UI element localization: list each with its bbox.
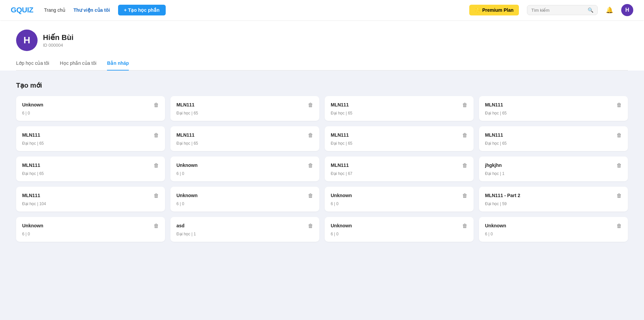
card-header: Unknown 🗑 (176, 163, 313, 169)
card-delete-button[interactable]: 🗑 (154, 102, 159, 108)
logo-g: G (11, 6, 16, 14)
main-content: Tạo mới Unknown 🗑 6 | 0 MLN111 🗑 Đại học… (0, 71, 644, 253)
card-delete-button[interactable]: 🗑 (308, 102, 313, 108)
card-item[interactable]: jhgkjhn 🗑 Đại học | 1 (479, 156, 628, 181)
card-delete-button[interactable]: 🗑 (616, 102, 622, 108)
card-title: Unknown (22, 223, 154, 228)
card-delete-button[interactable]: 🗑 (616, 163, 622, 169)
card-header: Unknown 🗑 (22, 223, 159, 229)
card-item[interactable]: MLN111 🗑 Đại học | 65 (479, 96, 628, 121)
card-delete-button[interactable]: 🗑 (462, 163, 468, 169)
card-delete-button[interactable]: 🗑 (616, 193, 622, 199)
card-header: MLN111 🗑 (22, 193, 159, 199)
card-item[interactable]: MLN111 🗑 Đại học | 65 (325, 126, 474, 151)
notification-button[interactable]: 🔔 (606, 6, 613, 14)
card-title: MLN111 (176, 132, 308, 138)
create-button[interactable]: + Tạo học phần (118, 5, 166, 15)
card-header: Unknown 🗑 (331, 193, 468, 199)
card-delete-button[interactable]: 🗑 (462, 223, 468, 229)
card-item[interactable]: MLN111 🗑 Đại học | 65 (170, 126, 319, 151)
card-meta: 6 | 0 (485, 232, 622, 236)
tab-lop-hoc[interactable]: Lớp học của tôi (16, 60, 49, 71)
section-title: Tạo mới (16, 81, 628, 89)
card-meta: Đại học | 59 (485, 201, 622, 206)
card-delete-button[interactable]: 🗑 (462, 193, 468, 199)
card-item[interactable]: MLN111 🗑 Đại học | 67 (325, 156, 474, 181)
avatar[interactable]: H (621, 4, 633, 16)
card-item[interactable]: Unknown 🗑 6 | 0 (325, 187, 474, 212)
card-item[interactable]: Unknown 🗑 6 | 0 (170, 187, 319, 212)
card-item[interactable]: MLN111 🗑 Đại học | 65 (325, 96, 474, 121)
card-title: Unknown (176, 193, 308, 198)
card-item[interactable]: Unknown 🗑 6 | 0 (16, 96, 165, 121)
card-meta: Đại học | 65 (485, 111, 622, 116)
card-delete-button[interactable]: 🗑 (308, 163, 313, 169)
card-meta: Đại học | 67 (331, 171, 468, 176)
card-header: MLN111 🗑 (331, 132, 468, 138)
card-item[interactable]: MLN111 🗑 Đại học | 65 (16, 126, 165, 151)
card-delete-button[interactable]: 🗑 (154, 132, 159, 138)
premium-label: Premium Plan (482, 7, 514, 13)
card-header: Unknown 🗑 (176, 193, 313, 199)
card-meta: Đại học | 1 (176, 232, 313, 236)
card-item[interactable]: Unknown 🗑 6 | 0 (170, 156, 319, 181)
card-item[interactable]: Unknown 🗑 6 | 0 (16, 217, 165, 242)
search-box[interactable]: 🔍 (527, 5, 598, 15)
nav-home[interactable]: Trang chủ (44, 7, 65, 13)
card-meta: Đại học | 65 (176, 141, 313, 146)
card-item[interactable]: asd 🗑 Đại học | 1 (170, 217, 319, 242)
card-item[interactable]: Unknown 🗑 6 | 0 (325, 217, 474, 242)
card-header: MLN111 🗑 (485, 102, 622, 108)
card-title: Unknown (485, 223, 616, 228)
card-meta: Đại học | 65 (22, 171, 159, 176)
profile-section: H Hiến Bùi ID 000004 Lớp học của tôi Học… (0, 20, 644, 71)
card-meta: Đại học | 65 (485, 141, 622, 146)
card-delete-button[interactable]: 🗑 (462, 102, 468, 108)
search-input[interactable] (531, 8, 585, 13)
card-title: asd (176, 223, 308, 228)
card-delete-button[interactable]: 🗑 (154, 163, 159, 169)
card-delete-button[interactable]: 🗑 (308, 223, 313, 229)
card-item[interactable]: Unknown 🗑 6 | 0 (479, 217, 628, 242)
card-meta: Đại học | 65 (331, 141, 468, 146)
card-delete-button[interactable]: 🗑 (616, 132, 622, 138)
card-header: Unknown 🗑 (331, 223, 468, 229)
card-title: Unknown (331, 193, 462, 198)
card-meta: 6 | 0 (176, 201, 313, 206)
nav-library[interactable]: Thư viện của tôi (73, 7, 110, 13)
logo[interactable]: GQUIZ (11, 6, 33, 14)
card-delete-button[interactable]: 🗑 (308, 132, 313, 138)
profile-info: Hiến Bùi ID 000004 (43, 33, 73, 48)
card-title: MLN111 (331, 163, 462, 168)
navbar: GQUIZ Trang chủ Thư viện của tôi + Tạo h… (0, 0, 644, 20)
card-delete-button[interactable]: 🗑 (462, 132, 468, 138)
card-title: Unknown (331, 223, 462, 228)
card-header: Unknown 🗑 (485, 223, 622, 229)
card-header: MLN111 🗑 (331, 163, 468, 169)
card-title: MLN111 (331, 102, 462, 107)
card-delete-button[interactable]: 🗑 (616, 223, 622, 229)
card-header: Unknown 🗑 (22, 102, 159, 108)
card-meta: Đại học | 65 (22, 141, 159, 146)
card-item[interactable]: MLN111 🗑 Đại học | 65 (479, 126, 628, 151)
card-item[interactable]: MLN111 - Part 2 🗑 Đại học | 59 (479, 187, 628, 212)
card-title: jhgkjhn (485, 163, 616, 168)
card-item[interactable]: MLN111 🗑 Đại học | 65 (170, 96, 319, 121)
premium-button[interactable]: 🌟 Premium Plan (469, 5, 519, 15)
card-title: MLN111 (485, 102, 616, 107)
card-title: MLN111 (22, 163, 154, 168)
card-header: MLN111 🗑 (485, 132, 622, 138)
card-meta: Đại học | 65 (176, 111, 313, 116)
card-item[interactable]: MLN111 🗑 Đại học | 104 (16, 187, 165, 212)
card-header: MLN111 🗑 (176, 132, 313, 138)
card-meta: Đại học | 65 (331, 111, 468, 116)
card-delete-button[interactable]: 🗑 (154, 193, 159, 199)
tab-ban-nhap[interactable]: Bản nháp (107, 60, 129, 71)
card-header: jhgkjhn 🗑 (485, 163, 622, 169)
tab-hoc-phan[interactable]: Học phần của tôi (60, 60, 97, 71)
card-title: MLN111 (22, 132, 154, 138)
card-delete-button[interactable]: 🗑 (154, 223, 159, 229)
logo-quiz: QUIZ (16, 6, 34, 14)
card-item[interactable]: MLN111 🗑 Đại học | 65 (16, 156, 165, 181)
card-delete-button[interactable]: 🗑 (308, 193, 313, 199)
